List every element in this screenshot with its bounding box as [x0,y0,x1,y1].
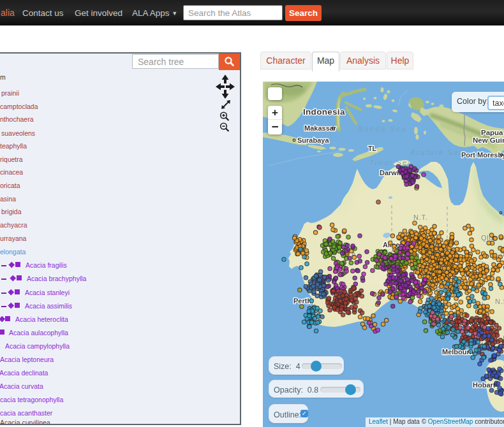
svg-text:N.T.: N.T. [413,214,428,221]
svg-text:Timor Sea: Timor Sea [369,159,413,166]
svg-text:Arafura Sea: Arafura Sea [410,148,465,156]
svg-text:TL: TL [368,145,376,152]
svg-text:Indonesia: Indonesia [303,107,345,117]
svg-text:Banda Sea: Banda Sea [358,125,407,133]
svg-text:N.S: N.S [495,298,504,305]
svg-text:New Guinea: New Guinea [473,136,504,144]
svg-text:Surabaya: Surabaya [297,136,329,144]
svg-text:Perth: Perth [293,297,311,305]
svg-text:Papua: Papua [481,129,503,136]
svg-text:Hobart: Hobart [473,381,496,389]
svg-text:Port Moresby: Port Moresby [461,151,504,159]
